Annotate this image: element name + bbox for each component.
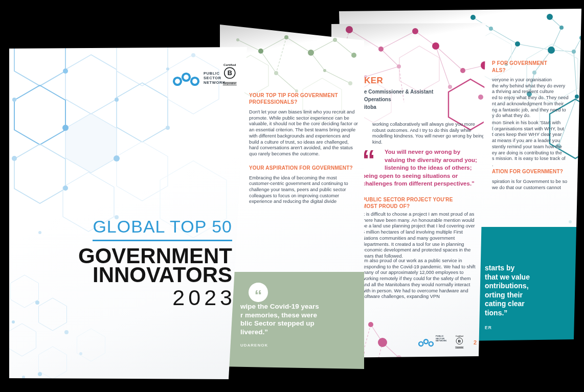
brand-line: NETWORK [436,340,451,342]
teal-quote-block: starts bythat we valueontributions,ortin… [478,227,584,360]
answer-paragraph: Don't let your own biases limit who you … [249,109,358,157]
report-title-block: GLOBAL TOP 50 GOVERNMENT INNOVATORS 2023 [78,218,232,308]
quote-line-fragment: orting their [485,291,530,300]
report-cover-page: PUBLICSECTORNETWORK Certified B Corporat… [9,46,248,380]
answer-paragraph: It is difficult to choose a project I am… [362,212,479,260]
bcorp-logo-icon: Certified B Corporation [221,63,239,86]
text-line-fragment: spiration is for Government to be so [492,179,567,185]
title-innovators: INNOVATORS [78,265,232,284]
role-line-fragment: e Commissioner & Assistant [364,88,433,96]
psn-logo-icon [172,72,200,86]
bcorp-corporation-label: Corporation [223,82,237,85]
hex-pattern-blue-icon [9,46,248,380]
quote-text-fragment: starts bythat we valueontributions,ortin… [485,264,530,317]
bcorp-certified-label: Certified [454,335,465,337]
question-heading-fragment: P FOR GOVERNMENTALS? [492,60,547,74]
title-global-top-50: GLOBAL TOP 50 [93,218,232,241]
quote-text-fragment: wipe the Covid-19 yearsr memories, these… [240,303,319,336]
text-line-fragment: ey are doing is contributing to the [492,150,566,156]
green-quote-block: “ wipe the Covid-19 yearsr memories, the… [224,272,373,374]
text-line-fragment: l organisations start with WHY, but [492,126,566,132]
psn-logo-icon [418,338,434,347]
bcorp-certified-label: Certified [221,63,239,67]
text-line-fragment: mon Sinek in his book 'Start with [492,120,566,126]
quote-mark-icon: “ [249,283,268,302]
text-line-fragment: we do that our customers cannot [492,185,567,191]
answer-paragraph: working collaboratively will always give… [372,122,487,146]
title-year: 2023 [78,287,236,308]
text-line-fragment: y do what they do. [492,113,569,119]
quote-line-fragment: tions.” [485,309,530,318]
quote-line-fragment: wipe the Covid-19 years [240,303,319,311]
answer-fragment-block: veryone in your organisationthe why behi… [492,77,569,119]
answer-fragment-block: mon Sinek in his book 'Start withl organ… [492,120,566,168]
quote-line-fragment: that we value [485,273,530,282]
question-heading-fragment: ATION FOR GOVERNMENT? [492,169,563,174]
psn-logo-wordmark: PUBLICSECTORNETWORK [436,335,451,342]
text-line-fragment: t ones keep their WHY clear year [492,132,566,138]
quote-line-fragment: r memories, these were [240,311,319,320]
quote-line-fragment: cating clear [485,299,530,309]
answer-paragraph: Embracing the idea of becoming the most … [249,175,358,205]
text-line-fragment: a thriving and resilient culture [492,89,569,95]
role-line-fragment: itoba [364,103,433,111]
text-line-fragment: s mission. It is easy to lose track of [492,156,566,162]
role-line-fragment: Operations [364,96,433,103]
speaker-role-fragment: e Commissioner & AssistantOperationsitob… [364,88,433,111]
page-footer: PUBLICSECTORNETWORK Certified B Corporat… [418,335,477,365]
question-heading: PUBLIC SECTOR PROJECT YOU'RE MOST PROUD … [362,197,453,210]
quote-line-fragment: starts by [485,264,530,273]
text-line-fragment: the why behind what they do every [492,83,569,89]
text-line-fragment: at means if you are a leader you [492,138,566,144]
pull-quote: “You will never go wrong by valuing the … [362,148,480,188]
quote-attribution-fragment: ER [485,325,492,330]
bcorp-corporation-label: Corporation [455,347,463,349]
question-heading: YOUR TOP TIP FOR GOVERNMENT PROFESSIONAL… [249,92,339,105]
page-number: 2 [474,339,477,345]
question-heading: YOUR ASPIRATION FOR GOVERNMENT? [249,165,358,171]
speaker-name-fragment: KER [364,76,383,86]
heading-line-fragment: P FOR GOVERNMENT [492,60,547,67]
answer-paragraph: I'm also proud of our work as a public s… [362,258,479,300]
quote-line-fragment: ontributions, [485,282,530,291]
text-line-fragment: . [492,162,566,168]
bcorp-b-mark: B [224,67,236,79]
qa-column: YOUR TOP TIP FOR GOVERNMENT PROFESSIONAL… [249,92,358,205]
text-line-fragment: veryone in your organisation [492,77,569,83]
bcorp-b-mark: B [456,338,463,345]
quote-line-fragment: livered.” [240,328,319,337]
text-line-fragment: ed to enjoy what they do. They need [492,95,569,101]
text-line-fragment: nt and acknowledgment from their [492,101,569,107]
answer-fragment-block: spiration is for Government to be sowe d… [492,179,567,191]
quote-glyph: “ [255,287,262,304]
text-line-fragment: stently remind your team how the [492,144,566,150]
quote-line-fragment: blic Sector stepped up [240,319,319,328]
report-mockup-canvas: P FOR GOVERNMENTALS? veryone in your org… [0,0,584,392]
quote-mark-icon: “ [362,148,385,169]
bcorp-logo-icon: Certified B Corporation [454,335,465,349]
quote-attribution-fragment: UDARENOK [240,343,268,348]
heading-line-fragment: ALS? [492,67,547,74]
text-line-fragment: ng a fantastic job, and they need to [492,107,569,113]
